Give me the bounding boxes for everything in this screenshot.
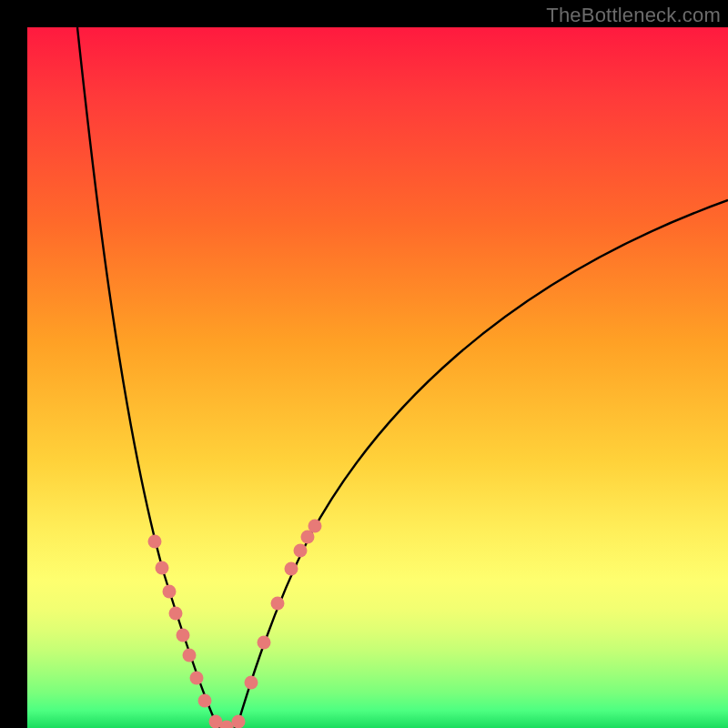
data-point-marker — [198, 694, 212, 708]
data-point-marker — [285, 562, 298, 576]
plot-area — [27, 27, 728, 728]
data-point-marker — [177, 629, 190, 642]
data-point-marker — [183, 649, 197, 662]
chart-frame: TheBottleneck.com — [0, 0, 728, 728]
data-point-marker — [148, 535, 162, 549]
curve-left — [77, 27, 218, 728]
curve-right — [237, 200, 728, 728]
watermark-text: TheBottleneck.com — [546, 4, 721, 27]
data-point-marker — [232, 715, 246, 729]
data-point-marker — [163, 585, 177, 599]
data-point-marker — [245, 676, 258, 690]
chart-svg — [27, 27, 728, 728]
data-point-marker — [156, 561, 169, 575]
data-point-marker — [271, 597, 285, 611]
data-point-marker — [294, 544, 308, 558]
data-point-marker — [169, 607, 183, 621]
marker-layer — [148, 520, 322, 729]
data-point-marker — [308, 520, 322, 533]
data-point-marker — [258, 636, 271, 650]
data-point-marker — [190, 672, 204, 685]
